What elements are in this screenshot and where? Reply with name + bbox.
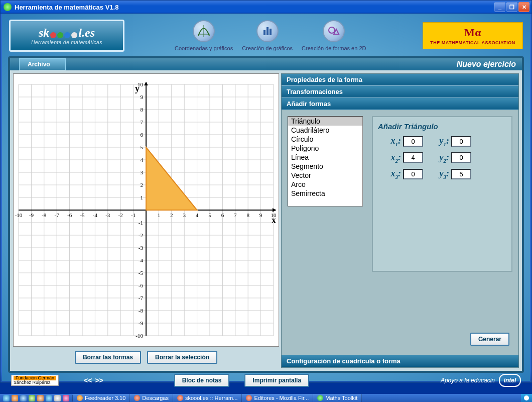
header: skl.es Herramienta de matemáticas Coorde…	[2, 14, 530, 56]
ql-icon[interactable]	[46, 395, 52, 401]
svg-text:-5: -5	[80, 212, 85, 218]
parabola-icon	[193, 20, 215, 42]
svg-rect-3	[267, 27, 269, 35]
ql-icon[interactable]	[12, 395, 18, 401]
restore-button[interactable]: ❐	[506, 2, 517, 12]
intel-logo: intel	[499, 374, 521, 387]
shape-option[interactable]: Polígono	[288, 144, 362, 153]
y1-input[interactable]	[451, 136, 471, 147]
shape-option[interactable]: Semirrecta	[288, 189, 362, 198]
quicklaunch[interactable]	[0, 395, 73, 401]
shape-option[interactable]: Línea	[288, 153, 362, 162]
y3-input[interactable]	[451, 169, 471, 179]
svg-marker-50	[273, 208, 276, 212]
print-screen-button[interactable]: Imprimir pantalla	[244, 374, 309, 387]
generate-button[interactable]: Generar	[470, 333, 509, 346]
shape-option[interactable]: Triángulo	[288, 117, 362, 126]
y2-input[interactable]	[451, 152, 471, 163]
svg-marker-52	[144, 82, 148, 85]
taskbar-label: Feedreader 3.10	[85, 395, 125, 401]
svg-text:7: 7	[141, 119, 144, 125]
svg-text:-5: -5	[139, 270, 144, 276]
notes-button[interactable]: Bloc de notas	[174, 374, 230, 387]
footer-next[interactable]: >>	[95, 376, 103, 384]
taskbar-item[interactable]: Feedreader 3.10	[73, 394, 130, 402]
svg-text:-9: -9	[139, 320, 144, 326]
svg-text:-7: -7	[55, 212, 60, 218]
ql-icon[interactable]	[37, 395, 44, 401]
nav-label: Creación de gráficos	[242, 45, 293, 51]
menubar: Archivo Nuevo ejercicio	[10, 58, 522, 70]
taskbar-item[interactable]: Maths Toolkit	[313, 394, 362, 402]
ql-icon[interactable]	[29, 395, 35, 401]
footer-prev[interactable]: <<	[84, 376, 92, 384]
taskbar-label: Descargas	[142, 395, 169, 401]
svg-text:-1: -1	[139, 220, 143, 226]
svg-text:-8: -8	[139, 308, 144, 314]
svg-text:3: 3	[141, 169, 144, 175]
clear-selection-button[interactable]: Borrar la selección	[147, 351, 217, 364]
shape-option[interactable]: Arco	[288, 180, 362, 189]
menu-new-exercise[interactable]: Nuevo ejercicio	[457, 60, 522, 69]
coordinate-grid: -10-9-8-7-6-5-4-3-2-112345678910-10-9-8-…	[14, 74, 279, 346]
system-tray[interactable]	[521, 394, 532, 402]
shape-option[interactable]: Cuadrilátero	[288, 126, 362, 135]
main-panel: Archivo Nuevo ejercicio -10-9-8-7-6-5-4-…	[8, 56, 524, 373]
app-icon	[177, 395, 183, 401]
x1-label: x1:	[388, 136, 401, 147]
svg-rect-2	[263, 30, 265, 35]
svg-text:-10: -10	[136, 333, 143, 339]
svg-text:-10: -10	[15, 212, 23, 218]
nav-label: Coordenadas y gráficos	[175, 45, 233, 51]
taskbar-item[interactable]: Editores - Mozilla Fir...	[242, 394, 313, 402]
svg-text:9: 9	[141, 94, 144, 100]
svg-text:6: 6	[221, 212, 224, 218]
clear-shapes-button[interactable]: Borrar las formas	[75, 351, 141, 364]
graph-canvas[interactable]: -10-9-8-7-6-5-4-3-2-112345678910-10-9-8-…	[13, 73, 279, 347]
accordion-transformations[interactable]: Transformaciones	[282, 86, 518, 98]
taskbar-item[interactable]: skoool.es :: Herram...	[173, 394, 242, 402]
side-panel: Propiedades de la forma Transformaciones…	[281, 73, 519, 368]
accordion-properties[interactable]: Propiedades de la forma	[282, 74, 518, 86]
shape-option[interactable]: Segmento	[288, 162, 362, 171]
x1-input[interactable]	[403, 136, 423, 147]
ql-icon[interactable]	[20, 395, 27, 401]
accordion-grid-config[interactable]: Configuración de cuadrícula o forma	[282, 355, 518, 367]
ma-text: THE MATHEMATICAL ASSOCIATION	[430, 40, 515, 45]
shape-option[interactable]: Vector	[288, 171, 362, 180]
ql-icon[interactable]	[63, 395, 69, 401]
taskbar[interactable]: Feedreader 3.10 Descargas skoool.es :: H…	[0, 394, 532, 402]
nav-charts[interactable]: Creación de gráficos	[242, 20, 293, 51]
svg-point-5	[329, 27, 335, 33]
minimize-button[interactable]: _	[494, 2, 505, 12]
accordion-add-shapes[interactable]: Añadir formas	[282, 98, 518, 110]
svg-text:-7: -7	[139, 295, 144, 301]
add-shape-box: Añadir Triángulo x1: y1: x2:	[372, 116, 512, 272]
svg-text:-6: -6	[139, 282, 144, 288]
x3-label: x3:	[388, 168, 401, 180]
taskbar-label: skoool.es :: Herram...	[185, 395, 238, 401]
sponsor-bot: Sánchez Ruipérez	[14, 380, 56, 385]
tray-icon[interactable]	[524, 395, 529, 400]
svg-text:-4: -4	[93, 212, 98, 218]
x3-input[interactable]	[403, 169, 423, 179]
brand-post: l	[78, 26, 82, 39]
ql-icon[interactable]	[3, 395, 10, 401]
app-window: Herramienta de matemáticas V1.8 _ ❐ ✕ sk…	[0, 0, 532, 383]
ql-icon[interactable]	[54, 395, 61, 401]
svg-text:y: y	[135, 83, 140, 93]
svg-text:5: 5	[208, 212, 211, 218]
x2-input[interactable]	[403, 152, 423, 163]
app-icon	[77, 395, 83, 401]
taskbar-item[interactable]: Descargas	[130, 394, 173, 402]
nav-coordinates[interactable]: Coordenadas y gráficos	[175, 20, 233, 51]
shape-option[interactable]: Círculo	[288, 135, 362, 144]
svg-text:-1: -1	[131, 212, 136, 218]
close-button[interactable]: ✕	[518, 2, 529, 12]
app-icon	[317, 395, 323, 401]
titlebar[interactable]: Herramienta de matemáticas V1.8 _ ❐ ✕	[1, 1, 531, 14]
svg-text:-8: -8	[42, 212, 47, 218]
nav-shapes2d[interactable]: Creación de formas en 2D	[302, 20, 366, 51]
menu-file[interactable]: Archivo	[19, 58, 66, 70]
shape-type-list[interactable]: TriánguloCuadriláteroCírculoPolígonoLíne…	[288, 116, 363, 207]
